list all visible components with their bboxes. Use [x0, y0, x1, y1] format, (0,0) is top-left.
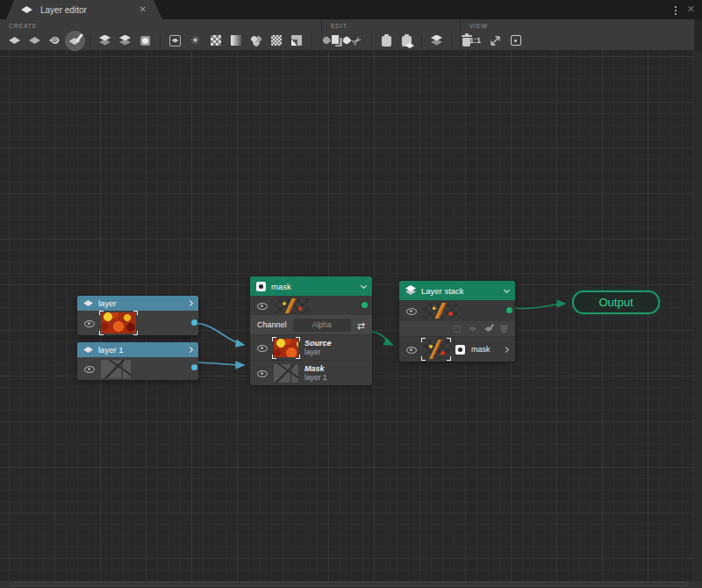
layer-stack-title: Layer stack [421, 286, 464, 296]
node-layer-stack[interactable]: Layer stack mask [399, 281, 515, 362]
slot-label: Source [304, 339, 332, 348]
add-paint-layer-icon[interactable] [484, 325, 493, 333]
stacked-layers-2-icon[interactable] [118, 34, 132, 47]
layer-stack-preview-thumbnail[interactable] [423, 303, 460, 319]
node-layer-body [77, 311, 198, 335]
channel-label: Channel [257, 320, 287, 329]
delete-trash-icon[interactable] [501, 326, 507, 333]
diamond-layer-icon[interactable] [8, 34, 21, 47]
chevron-right-icon[interactable] [187, 300, 193, 306]
layers-icon [21, 6, 32, 13]
cut-scissors-icon[interactable] [350, 34, 363, 47]
mask-preview-row [250, 296, 372, 315]
frame-selection-icon[interactable] [509, 34, 522, 47]
channel-select[interactable]: Alpha [293, 319, 351, 332]
node-layer1-body [77, 357, 198, 380]
node-mask[interactable]: mask Channel Alpha Source layer [250, 276, 372, 385]
toolbar-separator [311, 34, 312, 47]
toolbar: CREATE [0, 19, 694, 51]
visibility-toggle-icon[interactable] [406, 305, 417, 316]
horizontal-scrollbar-track[interactable] [10, 582, 688, 586]
mask-icon [256, 282, 266, 291]
visibility-toggle-icon[interactable] [257, 342, 268, 353]
mask-thumbnail[interactable] [274, 364, 298, 383]
mask-preview-thumbnail[interactable] [274, 298, 309, 313]
tab-layer-editor[interactable]: Layer editor [6, 0, 162, 19]
node-layer-header[interactable]: layer [77, 296, 198, 311]
selection-corners [272, 337, 300, 359]
mask-square-icon[interactable] [139, 34, 152, 47]
node-layer1-title: layer 1 [98, 345, 124, 355]
visibility-toggle-icon[interactable] [84, 363, 95, 374]
layer-output-port[interactable] [191, 319, 197, 326]
vertical-scrollbar[interactable] [694, 51, 702, 581]
paste-layers-icon[interactable] [400, 34, 413, 47]
tri-circle-blend-icon[interactable] [249, 34, 262, 47]
layer-stack-mini-toolbar [399, 321, 515, 336]
sun-adjustment-icon[interactable] [189, 34, 202, 47]
duplicate-layers-icon[interactable] [430, 34, 443, 47]
node-mask-header[interactable]: mask [250, 276, 372, 296]
zoom-1-1-button[interactable]: 1:1 [469, 34, 482, 47]
edit-label: EDIT [331, 23, 453, 29]
paint-layer-icon[interactable] [68, 34, 82, 47]
horizontal-scrollbar[interactable] [0, 581, 702, 588]
chevron-right-icon[interactable] [187, 347, 193, 353]
visibility-toggle-icon[interactable] [406, 344, 417, 355]
node-layer1[interactable]: layer 1 [77, 342, 198, 380]
slot-value: layer 1 [304, 373, 327, 382]
copy-icon[interactable] [330, 34, 343, 47]
source-thumbnail[interactable] [274, 339, 298, 357]
layer-stack-output-port[interactable] [506, 307, 512, 313]
layer-thumbnail[interactable] [101, 312, 136, 333]
mask-mask-slot[interactable]: Mask layer 1 [250, 360, 372, 385]
output-label: Output [598, 296, 633, 309]
stacked-layers-icon[interactable] [98, 34, 111, 47]
item-thumbnail[interactable] [423, 340, 449, 359]
diamond-layer-2-icon[interactable] [28, 34, 41, 47]
layer1-output-port[interactable] [191, 364, 197, 370]
layer-stack-header[interactable]: Layer stack [399, 281, 515, 300]
chevron-down-icon[interactable] [504, 286, 510, 292]
node-layer[interactable]: layer [77, 296, 198, 335]
fit-view-icon[interactable] [489, 34, 502, 47]
node-layer-title: layer [98, 298, 117, 308]
toolbar-section-view: VIEW 1:1 [460, 19, 694, 50]
node-mask-title: mask [271, 282, 291, 291]
mask-square-icon[interactable] [454, 326, 461, 333]
checker-square-icon[interactable] [209, 34, 222, 47]
layer-stack-item-mask[interactable]: mask [399, 336, 515, 362]
layer1-thumbnail[interactable] [101, 360, 131, 378]
slot-label: Mask [304, 364, 327, 374]
instance-frame-icon[interactable] [168, 34, 182, 47]
mask-icon [455, 345, 465, 355]
add-layer-icon[interactable] [469, 326, 476, 332]
chevron-right-icon[interactable] [503, 346, 509, 352]
generator-g-icon[interactable] [48, 34, 61, 47]
swap-arrows-icon[interactable] [357, 317, 365, 333]
folded-corner-icon[interactable] [290, 34, 303, 47]
toolbar-separator [421, 34, 422, 47]
node-output[interactable]: Output [572, 290, 660, 314]
panel-menu-icon[interactable] [675, 6, 677, 8]
layer-diamond-icon [83, 300, 93, 306]
mask-slot-labels: Mask layer 1 [304, 364, 327, 383]
item-label: mask [471, 345, 491, 354]
visibility-toggle-icon[interactable] [257, 300, 268, 311]
visibility-toggle-icon[interactable] [257, 368, 268, 378]
visibility-toggle-icon[interactable] [84, 318, 95, 328]
toolbar-section-edit: EDIT [321, 19, 460, 50]
selection-corners [99, 311, 138, 335]
layer-stack-icon [405, 285, 416, 296]
mask-source-slot[interactable]: Source layer [250, 334, 372, 360]
node-layer1-header[interactable]: layer 1 [77, 342, 198, 357]
chevron-down-icon[interactable] [361, 282, 367, 288]
paste-clipboard-icon[interactable] [380, 34, 393, 47]
tab-bar: Layer editor [0, 0, 702, 19]
panel-close-icon[interactable] [687, 4, 695, 14]
gradient-square-icon[interactable] [229, 34, 242, 47]
tab-close-icon[interactable] [140, 5, 147, 14]
layer-stack-preview-row [399, 300, 515, 321]
checker-square-2-icon[interactable] [269, 34, 283, 47]
mask-output-port[interactable] [362, 302, 368, 308]
